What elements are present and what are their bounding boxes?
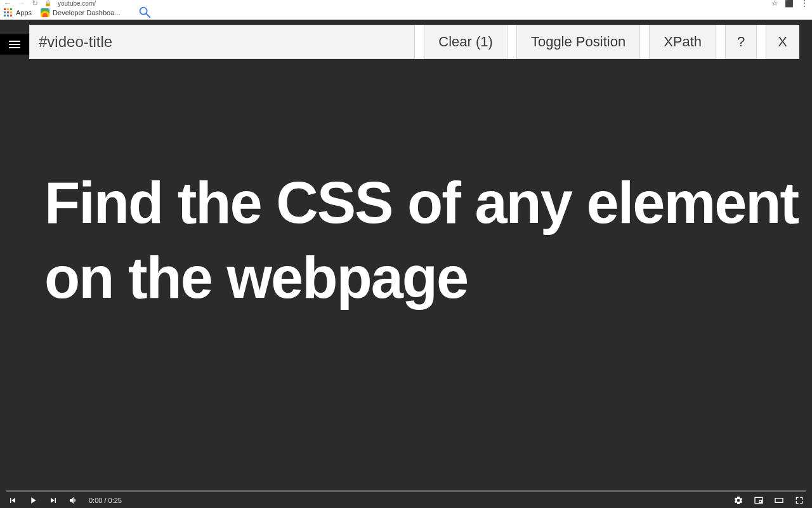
- volume-icon[interactable]: [69, 495, 79, 505]
- toggle-position-button[interactable]: Toggle Position: [516, 25, 640, 59]
- close-button[interactable]: X: [766, 25, 799, 59]
- back-arrow-icon[interactable]: ←: [4, 0, 11, 8]
- settings-gear-icon[interactable]: [733, 495, 743, 505]
- previous-icon[interactable]: [8, 495, 18, 505]
- bookmark-label: Developer Dashboa...: [53, 9, 120, 17]
- clear-button[interactable]: Clear (1): [424, 25, 508, 59]
- svg-line-1: [147, 14, 150, 18]
- page-content: #video-title Clear (1) Toggle Position X…: [0, 20, 812, 508]
- fullscreen-icon[interactable]: [794, 495, 804, 505]
- selector-extension-bar: #video-title Clear (1) Toggle Position X…: [29, 25, 799, 59]
- apps-label: Apps: [16, 9, 32, 17]
- svg-rect-2: [775, 498, 783, 503]
- bookmark-star-icon[interactable]: ☆: [771, 0, 778, 8]
- miniplayer-icon[interactable]: [754, 495, 764, 505]
- apps-grid-icon: [4, 8, 13, 17]
- browser-toolbar: ← → ↻ 🔒 youtube.com/ ☆ ⬛ ⋮: [0, 0, 812, 6]
- xpath-button[interactable]: XPath: [649, 25, 716, 59]
- hero-heading: Find the CSS of any element on the webpa…: [44, 166, 812, 316]
- play-icon[interactable]: [28, 495, 38, 505]
- svg-point-0: [140, 8, 147, 15]
- reload-icon[interactable]: ↻: [32, 0, 38, 8]
- theater-icon[interactable]: [774, 495, 784, 505]
- forward-arrow-icon[interactable]: →: [18, 0, 25, 8]
- webstore-favicon-icon: [41, 8, 49, 17]
- selector-query-value: #video-title: [39, 33, 112, 51]
- video-player-bar: 0:00 / 0:25: [0, 490, 812, 508]
- playback-time: 0:00 / 0:25: [89, 497, 122, 504]
- extension-cube-icon[interactable]: ⬛: [785, 0, 794, 8]
- bookmarks-bar: Apps Developer Dashboa...: [0, 6, 812, 20]
- chrome-menu-icon[interactable]: ⋮: [800, 1, 808, 6]
- help-button[interactable]: ?: [725, 25, 757, 59]
- search-magnifier-icon[interactable]: [138, 5, 152, 20]
- lock-icon: 🔒: [44, 0, 51, 6]
- apps-shortcut[interactable]: Apps: [4, 8, 32, 17]
- address-bar[interactable]: youtube.com/: [58, 0, 96, 7]
- hamburger-icon: [9, 44, 20, 45]
- progress-track[interactable]: [6, 490, 806, 492]
- bookmark-item-dev-dashboard[interactable]: Developer Dashboa...: [41, 8, 120, 17]
- selector-query-input[interactable]: #video-title: [29, 25, 415, 59]
- youtube-menu-button[interactable]: [0, 34, 29, 55]
- next-icon[interactable]: [48, 495, 58, 505]
